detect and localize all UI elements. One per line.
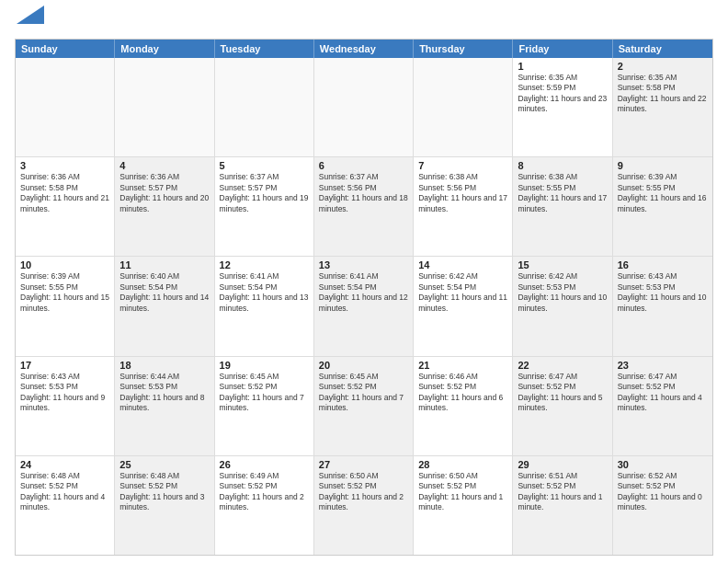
day-info: Sunrise: 6:47 AM Sunset: 5:52 PM Dayligh… bbox=[518, 372, 607, 414]
cal-cell-1-2: 5Sunrise: 6:37 AM Sunset: 5:57 PM Daylig… bbox=[215, 157, 314, 256]
cal-cell-4-1: 25Sunrise: 6:48 AM Sunset: 5:52 PM Dayli… bbox=[115, 456, 214, 555]
day-info: Sunrise: 6:39 AM Sunset: 5:55 PM Dayligh… bbox=[20, 271, 109, 314]
day-number: 11 bbox=[119, 259, 209, 270]
week-row-1: 3Sunrise: 6:36 AM Sunset: 5:58 PM Daylig… bbox=[16, 156, 712, 256]
day-number: 26 bbox=[220, 459, 309, 470]
day-number: 13 bbox=[319, 259, 408, 270]
header-day-tuesday: Tuesday bbox=[215, 40, 314, 58]
day-number: 29 bbox=[518, 459, 607, 470]
cal-cell-0-6: 2Sunrise: 6:35 AM Sunset: 5:58 PM Daylig… bbox=[613, 58, 712, 156]
day-info: Sunrise: 6:41 AM Sunset: 5:54 PM Dayligh… bbox=[220, 271, 309, 314]
day-info: Sunrise: 6:35 AM Sunset: 5:58 PM Dayligh… bbox=[618, 73, 708, 115]
cal-cell-0-3 bbox=[314, 58, 414, 156]
week-row-4: 24Sunrise: 6:48 AM Sunset: 5:52 PM Dayli… bbox=[16, 455, 712, 555]
header-day-thursday: Thursday bbox=[414, 40, 513, 58]
cal-cell-3-1: 18Sunrise: 6:44 AM Sunset: 5:53 PM Dayli… bbox=[115, 357, 214, 455]
header bbox=[15, 11, 713, 31]
day-info: Sunrise: 6:51 AM Sunset: 5:52 PM Dayligh… bbox=[518, 471, 607, 513]
cal-cell-2-3: 13Sunrise: 6:41 AM Sunset: 5:54 PM Dayli… bbox=[314, 257, 414, 355]
cal-cell-4-5: 29Sunrise: 6:51 AM Sunset: 5:52 PM Dayli… bbox=[513, 456, 612, 555]
week-row-0: 1Sunrise: 6:35 AM Sunset: 5:59 PM Daylig… bbox=[16, 58, 712, 156]
day-number: 19 bbox=[220, 360, 309, 371]
day-number: 3 bbox=[20, 160, 109, 171]
day-info: Sunrise: 6:38 AM Sunset: 5:56 PM Dayligh… bbox=[418, 172, 507, 214]
cal-cell-2-5: 15Sunrise: 6:42 AM Sunset: 5:53 PM Dayli… bbox=[513, 257, 612, 355]
cal-cell-1-3: 6Sunrise: 6:37 AM Sunset: 5:56 PM Daylig… bbox=[314, 157, 414, 256]
day-number: 27 bbox=[319, 459, 408, 470]
cal-cell-0-0 bbox=[16, 58, 115, 156]
day-info: Sunrise: 6:47 AM Sunset: 5:52 PM Dayligh… bbox=[618, 372, 708, 414]
header-day-sunday: Sunday bbox=[16, 40, 115, 58]
day-number: 10 bbox=[20, 259, 109, 270]
day-number: 17 bbox=[20, 360, 109, 371]
cal-cell-1-6: 9Sunrise: 6:39 AM Sunset: 5:55 PM Daylig… bbox=[613, 157, 712, 256]
day-number: 6 bbox=[319, 160, 408, 171]
day-number: 25 bbox=[119, 459, 209, 470]
day-info: Sunrise: 6:50 AM Sunset: 5:52 PM Dayligh… bbox=[319, 471, 408, 513]
day-info: Sunrise: 6:49 AM Sunset: 5:52 PM Dayligh… bbox=[220, 471, 309, 513]
day-info: Sunrise: 6:48 AM Sunset: 5:52 PM Dayligh… bbox=[20, 471, 109, 513]
cal-cell-0-2 bbox=[215, 58, 314, 156]
day-info: Sunrise: 6:50 AM Sunset: 5:52 PM Dayligh… bbox=[418, 471, 507, 513]
day-number: 21 bbox=[418, 360, 507, 371]
cal-cell-1-1: 4Sunrise: 6:36 AM Sunset: 5:57 PM Daylig… bbox=[115, 157, 214, 256]
day-number: 5 bbox=[220, 160, 309, 171]
cal-cell-1-5: 8Sunrise: 6:38 AM Sunset: 5:55 PM Daylig… bbox=[513, 157, 612, 256]
cal-cell-4-0: 24Sunrise: 6:48 AM Sunset: 5:52 PM Dayli… bbox=[16, 456, 115, 555]
day-number: 4 bbox=[119, 160, 209, 171]
cal-cell-4-4: 28Sunrise: 6:50 AM Sunset: 5:52 PM Dayli… bbox=[414, 456, 513, 555]
day-number: 18 bbox=[119, 360, 209, 371]
cal-cell-4-3: 27Sunrise: 6:50 AM Sunset: 5:52 PM Dayli… bbox=[314, 456, 414, 555]
cal-cell-3-4: 21Sunrise: 6:46 AM Sunset: 5:52 PM Dayli… bbox=[414, 357, 513, 455]
cal-cell-0-4 bbox=[414, 58, 513, 156]
calendar: SundayMondayTuesdayWednesdayThursdayFrid… bbox=[15, 39, 713, 556]
day-number: 9 bbox=[618, 160, 708, 171]
day-number: 1 bbox=[518, 61, 607, 72]
day-info: Sunrise: 6:43 AM Sunset: 5:53 PM Dayligh… bbox=[618, 271, 708, 314]
day-info: Sunrise: 6:38 AM Sunset: 5:55 PM Dayligh… bbox=[518, 172, 607, 214]
cal-cell-3-2: 19Sunrise: 6:45 AM Sunset: 5:52 PM Dayli… bbox=[215, 357, 314, 455]
cal-cell-1-4: 7Sunrise: 6:38 AM Sunset: 5:56 PM Daylig… bbox=[414, 157, 513, 256]
cal-cell-4-6: 30Sunrise: 6:52 AM Sunset: 5:52 PM Dayli… bbox=[613, 456, 712, 555]
day-info: Sunrise: 6:42 AM Sunset: 5:54 PM Dayligh… bbox=[418, 271, 507, 314]
day-info: Sunrise: 6:37 AM Sunset: 5:57 PM Dayligh… bbox=[220, 172, 309, 214]
cal-cell-1-0: 3Sunrise: 6:36 AM Sunset: 5:58 PM Daylig… bbox=[16, 157, 115, 256]
cal-cell-2-4: 14Sunrise: 6:42 AM Sunset: 5:54 PM Dayli… bbox=[414, 257, 513, 355]
day-number: 22 bbox=[518, 360, 607, 371]
cal-cell-3-0: 17Sunrise: 6:43 AM Sunset: 5:53 PM Dayli… bbox=[16, 357, 115, 455]
header-day-friday: Friday bbox=[513, 40, 612, 58]
calendar-body: 1Sunrise: 6:35 AM Sunset: 5:59 PM Daylig… bbox=[16, 58, 712, 555]
cal-cell-3-5: 22Sunrise: 6:47 AM Sunset: 5:52 PM Dayli… bbox=[513, 357, 612, 455]
day-number: 24 bbox=[20, 459, 109, 470]
page: SundayMondayTuesdayWednesdayThursdayFrid… bbox=[0, 0, 728, 563]
week-row-3: 17Sunrise: 6:43 AM Sunset: 5:53 PM Dayli… bbox=[16, 356, 712, 455]
day-number: 12 bbox=[220, 259, 309, 270]
day-number: 20 bbox=[319, 360, 408, 371]
cal-cell-0-1 bbox=[115, 58, 214, 156]
day-info: Sunrise: 6:48 AM Sunset: 5:52 PM Dayligh… bbox=[119, 471, 209, 513]
day-info: Sunrise: 6:41 AM Sunset: 5:54 PM Dayligh… bbox=[319, 271, 408, 314]
day-info: Sunrise: 6:40 AM Sunset: 5:54 PM Dayligh… bbox=[119, 271, 209, 314]
day-number: 15 bbox=[518, 259, 607, 270]
day-info: Sunrise: 6:52 AM Sunset: 5:52 PM Dayligh… bbox=[618, 471, 708, 513]
day-number: 14 bbox=[418, 259, 507, 270]
header-day-wednesday: Wednesday bbox=[314, 40, 414, 58]
day-info: Sunrise: 6:36 AM Sunset: 5:57 PM Dayligh… bbox=[119, 172, 209, 214]
week-row-2: 10Sunrise: 6:39 AM Sunset: 5:55 PM Dayli… bbox=[16, 256, 712, 355]
cal-cell-0-5: 1Sunrise: 6:35 AM Sunset: 5:59 PM Daylig… bbox=[513, 58, 612, 156]
day-info: Sunrise: 6:46 AM Sunset: 5:52 PM Dayligh… bbox=[418, 372, 507, 414]
day-info: Sunrise: 6:44 AM Sunset: 5:53 PM Dayligh… bbox=[119, 372, 209, 414]
day-number: 7 bbox=[418, 160, 507, 171]
cal-cell-2-2: 12Sunrise: 6:41 AM Sunset: 5:54 PM Dayli… bbox=[215, 257, 314, 355]
day-info: Sunrise: 6:45 AM Sunset: 5:52 PM Dayligh… bbox=[319, 372, 408, 414]
day-number: 2 bbox=[618, 61, 708, 72]
day-info: Sunrise: 6:43 AM Sunset: 5:53 PM Dayligh… bbox=[20, 372, 109, 414]
day-info: Sunrise: 6:39 AM Sunset: 5:55 PM Dayligh… bbox=[618, 172, 708, 214]
day-info: Sunrise: 6:36 AM Sunset: 5:58 PM Dayligh… bbox=[20, 172, 109, 214]
svg-marker-0 bbox=[17, 6, 44, 24]
logo bbox=[15, 15, 44, 31]
cal-cell-2-6: 16Sunrise: 6:43 AM Sunset: 5:53 PM Dayli… bbox=[613, 257, 712, 355]
day-number: 28 bbox=[418, 459, 507, 470]
day-number: 16 bbox=[618, 259, 708, 270]
cal-cell-4-2: 26Sunrise: 6:49 AM Sunset: 5:52 PM Dayli… bbox=[215, 456, 314, 555]
